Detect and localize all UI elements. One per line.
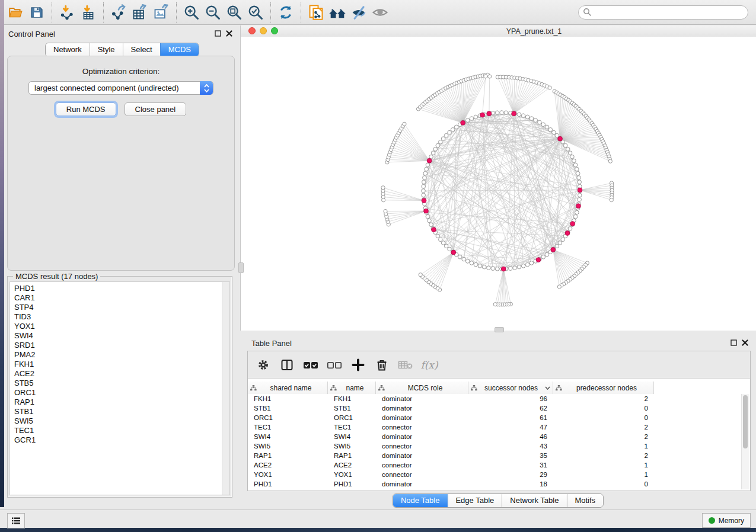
table-scrollbar-thumb[interactable]	[743, 395, 748, 448]
cell-name[interactable]: PHD1	[328, 479, 376, 489]
add-column-icon[interactable]	[350, 357, 366, 373]
cell-successor-nodes[interactable]: 96	[468, 394, 553, 403]
cell-mcds-role[interactable]: dominator	[376, 479, 468, 489]
cell-predecessor-nodes[interactable]: 0	[553, 403, 654, 413]
run-mcds-button[interactable]: Run MCDS	[56, 102, 116, 116]
cell-mcds-role[interactable]: connector	[376, 460, 468, 470]
cell-mcds-role[interactable]: connector	[376, 441, 468, 451]
delete-table-icon[interactable]	[397, 357, 414, 373]
cell-successor-nodes[interactable]: 61	[468, 413, 553, 422]
cell-name[interactable]: SWI4	[328, 432, 376, 441]
table-scrollbar[interactable]	[741, 394, 749, 489]
cell-predecessor-nodes[interactable]: 2	[553, 432, 654, 441]
cell-shared-name[interactable]: PHD1	[248, 479, 328, 489]
mcds-list-scrollbar[interactable]	[222, 282, 229, 495]
delete-column-icon[interactable]	[374, 357, 390, 373]
show-columns-icon[interactable]	[279, 357, 295, 373]
cell-successor-nodes[interactable]: 35	[468, 451, 553, 460]
network-window-titlebar[interactable]: YPA_prune.txt_1	[241, 25, 756, 37]
float-panel-icon[interactable]	[215, 30, 221, 37]
cell-successor-nodes[interactable]: 62	[468, 403, 553, 413]
cell-predecessor-nodes[interactable]: 2	[553, 394, 654, 403]
close-panel-icon[interactable]	[226, 30, 232, 37]
cell-mcds-role[interactable]: dominator	[376, 432, 468, 441]
cell-successor-nodes[interactable]: 31	[468, 460, 553, 470]
table-row[interactable]: SWI4SWI4dominator462	[248, 432, 749, 441]
cell-shared-name[interactable]: TEC1	[248, 422, 328, 432]
cell-successor-nodes[interactable]: 46	[468, 432, 553, 441]
column-header-successor-nodes[interactable]: successor nodes	[468, 382, 553, 394]
import-network-icon[interactable]	[56, 2, 78, 23]
horizontal-splitter-grip[interactable]	[495, 327, 504, 332]
memory-button[interactable]: Memory	[702, 513, 751, 528]
cell-shared-name[interactable]: SWI4	[248, 432, 328, 441]
mcds-result-item[interactable]: TEC1	[14, 426, 229, 435]
cell-predecessor-nodes[interactable]: 0	[553, 413, 654, 422]
mcds-result-item[interactable]: TID3	[14, 312, 229, 322]
mcds-result-item[interactable]: FKH1	[14, 360, 229, 369]
cell-shared-name[interactable]: RAP1	[248, 451, 328, 460]
mcds-result-item[interactable]: STP4	[14, 303, 229, 312]
cell-name[interactable]: ORC1	[328, 413, 376, 422]
cell-shared-name[interactable]: SWI5	[248, 441, 328, 451]
export-network-icon[interactable]	[108, 2, 129, 23]
apply-layout-icon[interactable]	[275, 2, 296, 23]
cell-shared-name[interactable]: ORC1	[248, 413, 328, 422]
zoom-selected-icon[interactable]	[245, 2, 266, 23]
optimization-criterion-select[interactable]: largest connected component (undirected)	[28, 81, 213, 95]
tab-motifs[interactable]: Motifs	[566, 494, 603, 507]
select-all-rows-icon[interactable]	[302, 357, 319, 373]
table-row[interactable]: PHD1PHD1dominator180	[248, 479, 749, 489]
cell-predecessor-nodes[interactable]: 2	[553, 451, 654, 460]
network-canvas[interactable]	[241, 37, 756, 331]
mcds-result-item[interactable]: PHD1	[14, 284, 229, 293]
mcds-result-item[interactable]: SRD1	[14, 341, 229, 350]
vertical-splitter-grip[interactable]	[238, 262, 244, 273]
cell-name[interactable]: SWI5	[328, 441, 376, 451]
mcds-result-item[interactable]: RAP1	[14, 398, 229, 407]
mcds-result-item[interactable]: SWI5	[14, 416, 229, 426]
go-home-icon[interactable]	[327, 2, 348, 23]
show-graphics-details-icon[interactable]	[369, 2, 391, 23]
table-row[interactable]: YOX1YOX1connector291	[248, 470, 749, 479]
cell-name[interactable]: FKH1	[328, 394, 376, 403]
tab-network-table[interactable]: Network Table	[502, 494, 566, 507]
mcds-result-item[interactable]: ACE2	[14, 369, 229, 379]
import-table-icon[interactable]	[78, 2, 99, 23]
cell-successor-nodes[interactable]: 47	[468, 422, 553, 432]
table-row[interactable]: SWI5SWI5connector431	[248, 441, 749, 451]
cell-name[interactable]: TEC1	[328, 422, 376, 432]
table-settings-gear-icon[interactable]	[255, 357, 272, 373]
cell-predecessor-nodes[interactable]: 0	[553, 479, 654, 489]
table-row[interactable]: FKH1FKH1dominator962	[248, 394, 749, 403]
cell-successor-nodes[interactable]: 29	[468, 470, 553, 479]
table-row[interactable]: STB1STB1dominator620	[248, 403, 749, 413]
column-header-predecessor-nodes[interactable]: predecessor nodes	[553, 382, 654, 394]
task-history-button[interactable]	[7, 513, 25, 528]
search-input[interactable]	[578, 5, 748, 20]
cell-name[interactable]: ACE2	[328, 460, 376, 470]
cell-shared-name[interactable]: FKH1	[248, 394, 328, 403]
tab-edge-table[interactable]: Edge Table	[447, 494, 502, 507]
cell-name[interactable]: STB1	[328, 403, 376, 413]
tab-network[interactable]: Network	[46, 43, 90, 56]
close-panel-button[interactable]: Close panel	[125, 102, 187, 116]
tab-select[interactable]: Select	[123, 43, 160, 56]
mcds-result-item[interactable]: SWI4	[14, 331, 229, 341]
table-row[interactable]: RAP1RAP1dominator352	[248, 451, 749, 460]
clone-network-icon[interactable]	[305, 2, 327, 23]
mcds-result-item[interactable]: YOX1	[14, 322, 229, 331]
mcds-result-item[interactable]: GCR1	[14, 435, 229, 445]
cell-predecessor-nodes[interactable]: 1	[553, 470, 654, 479]
float-table-panel-icon[interactable]	[731, 339, 737, 346]
cell-mcds-role[interactable]: connector	[376, 470, 468, 479]
cell-predecessor-nodes[interactable]: 1	[553, 460, 654, 470]
table-row[interactable]: ACE2ACE2connector311	[248, 460, 749, 470]
cell-shared-name[interactable]: YOX1	[248, 470, 328, 479]
cell-name[interactable]: YOX1	[328, 470, 376, 479]
zoom-out-icon[interactable]	[202, 2, 224, 23]
column-header-MCDS-role[interactable]: MCDS role	[376, 382, 468, 394]
cell-successor-nodes[interactable]: 18	[468, 479, 553, 489]
cell-mcds-role[interactable]: dominator	[376, 403, 468, 413]
column-header-name[interactable]: name	[328, 382, 376, 394]
